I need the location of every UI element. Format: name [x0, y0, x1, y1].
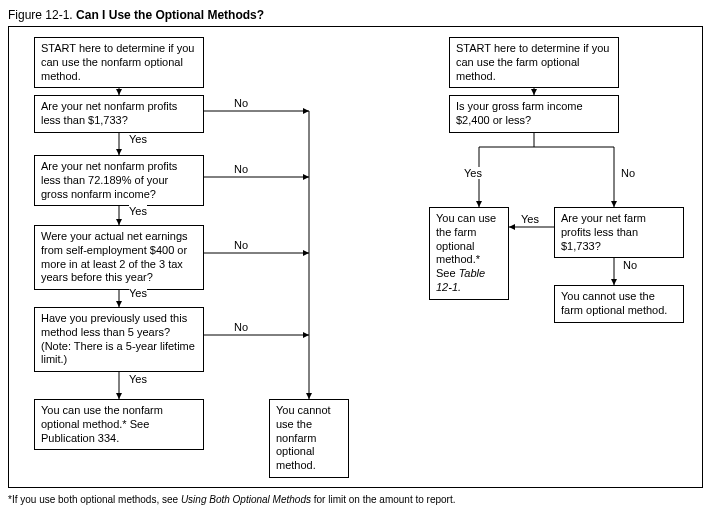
- right-q2-text: Are your net farm profits less than $1,7…: [561, 212, 646, 252]
- left-start-box: START here to determine if you can use t…: [34, 37, 204, 88]
- left-q3-text: Were your actual net earnings from self-…: [41, 230, 188, 283]
- left-q2-box: Are your net nonfarm profits less than 7…: [34, 155, 204, 206]
- footnote-post: for limit on the amount to report.: [311, 494, 456, 505]
- yes-label: Yes: [129, 287, 147, 299]
- left-q4-text: Have you previously used this method les…: [41, 312, 195, 365]
- left-q3-box: Were your actual net earnings from self-…: [34, 225, 204, 290]
- diagram-frame: START here to determine if you can use t…: [8, 26, 703, 488]
- figure-number: Figure 12-1.: [8, 8, 73, 22]
- right-no-result-box: You cannot use the farm optional method.: [554, 285, 684, 323]
- no-label: No: [621, 167, 635, 179]
- no-label: No: [234, 239, 248, 251]
- right-q2-box: Are your net farm profits less than $1,7…: [554, 207, 684, 258]
- left-yes-result-text: You can use the nonfarm optional method.…: [41, 404, 163, 444]
- no-label: No: [234, 97, 248, 109]
- left-q2-text: Are your net nonfarm profits less than 7…: [41, 160, 177, 200]
- footnote-ital: Using Both Optional Methods: [181, 494, 311, 505]
- right-start-box: START here to determine if you can use t…: [449, 37, 619, 88]
- figure-title: Figure 12-1. Can I Use the Optional Meth…: [8, 8, 701, 22]
- yes-label: Yes: [464, 167, 482, 179]
- right-yes-result-box: You can use the farm optional method.* S…: [429, 207, 509, 300]
- no-label: No: [234, 321, 248, 333]
- no-label: No: [234, 163, 248, 175]
- right-no-result-text: You cannot use the farm optional method.: [561, 290, 667, 316]
- yes-label: Yes: [129, 373, 147, 385]
- right-q1-text: Is your gross farm income $2,400 or less…: [456, 100, 583, 126]
- yes-label: Yes: [521, 213, 539, 225]
- left-no-result-box: You cannot use the nonfarm optional meth…: [269, 399, 349, 478]
- yes-label: Yes: [129, 205, 147, 217]
- footnote-pre: *If you use both optional methods, see: [8, 494, 181, 505]
- no-label: No: [623, 259, 637, 271]
- footnote: *If you use both optional methods, see U…: [8, 494, 701, 505]
- yes-label: Yes: [129, 133, 147, 145]
- figure-question: Can I Use the Optional Methods?: [76, 8, 264, 22]
- right-start-text: START here to determine if you can use t…: [456, 42, 609, 82]
- left-no-result-text: You cannot use the nonfarm optional meth…: [276, 404, 331, 471]
- left-q1-box: Are your net nonfarm profits less than $…: [34, 95, 204, 133]
- left-q4-box: Have you previously used this method les…: [34, 307, 204, 372]
- left-yes-result-box: You can use the nonfarm optional method.…: [34, 399, 204, 450]
- left-start-text: START here to determine if you can use t…: [41, 42, 194, 82]
- left-q1-text: Are your net nonfarm profits less than $…: [41, 100, 177, 126]
- right-q1-box: Is your gross farm income $2,400 or less…: [449, 95, 619, 133]
